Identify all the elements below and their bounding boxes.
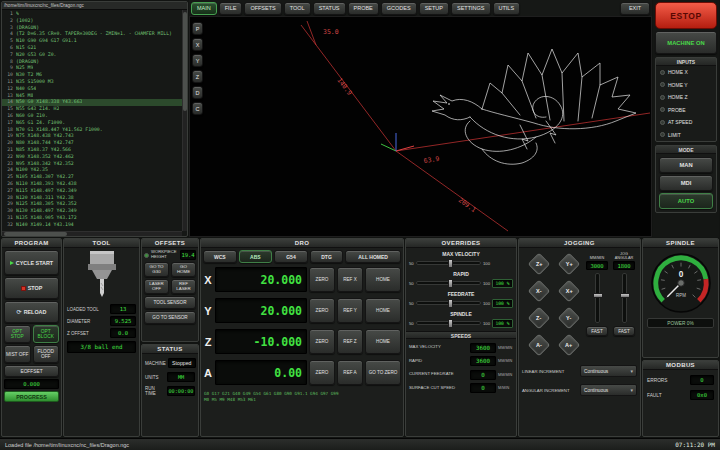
axis-home-button[interactable]: GO TO ZERO <box>365 360 401 385</box>
gcode-line[interactable]: 29 N125 X148.305 Y42.352 <box>2 201 182 208</box>
override-slider[interactable] <box>416 301 481 305</box>
jog-linear-fast-button[interactable]: FAST <box>586 326 608 336</box>
linear-increment-select[interactable]: Continuous ▾ <box>580 365 637 377</box>
mist-button[interactable]: MIST OFF <box>4 345 31 363</box>
menu-item[interactable]: STATUS <box>313 2 346 15</box>
opt-stop-button[interactable]: OPT STOP <box>4 325 31 343</box>
gcode-line[interactable]: 13 N45 M8 <box>2 93 182 100</box>
jog-button[interactable]: Y- <box>557 307 580 330</box>
gcode-line[interactable]: 4 (T2 D=6.35 CR=0. TAPER=30DEG - ZMIN=1.… <box>2 31 182 38</box>
view-button[interactable]: P <box>192 22 203 35</box>
dro-mode-button[interactable]: DTG <box>310 250 344 263</box>
override-slider[interactable] <box>416 321 481 325</box>
jog-button[interactable]: A- <box>527 334 550 357</box>
menu-item[interactable]: UTILS <box>493 2 521 15</box>
gcode-line[interactable]: 26 N110 X148.393 Y42.438 <box>2 181 182 188</box>
dro-mode-button[interactable]: WCS <box>203 250 237 263</box>
gcode-line[interactable]: 8 (DRAGON) <box>2 59 182 66</box>
gcode-line[interactable]: 32 N140 X149.14 Y43.194 <box>2 222 182 229</box>
jog-button[interactable]: Z- <box>527 307 550 330</box>
gcode-line[interactable]: 28 N120 X148.311 Y42.38 <box>2 195 182 202</box>
machine-on-button[interactable]: MACHINE ON <box>655 31 717 54</box>
slider-thumb[interactable] <box>448 299 453 308</box>
gcode-line[interactable]: 14 N50 G0 X148.338 Y43.663 <box>2 99 182 106</box>
axis-zero-button[interactable]: ZERO <box>309 298 335 323</box>
gcode-line[interactable]: 24 N100 Y42.35 <box>2 167 182 174</box>
jog-angular-slider[interactable] <box>622 273 627 323</box>
gcode-line[interactable]: 5 N10 G90 G94 G17 G91.1 <box>2 38 182 45</box>
slider-thumb[interactable] <box>448 279 453 288</box>
axis-zero-button[interactable]: ZERO <box>309 329 335 354</box>
scrollbar-thumb[interactable] <box>183 12 187 111</box>
view-button[interactable]: Z <box>192 70 203 83</box>
menu-item[interactable]: PROBE <box>348 2 379 15</box>
gcode-line[interactable]: 27 N115 X148.497 Y42.349 <box>2 188 182 195</box>
mode-button[interactable]: MAN <box>659 157 713 173</box>
gcode-line[interactable]: 7 N20 G53 G0 Z0. <box>2 52 182 59</box>
gcode-line[interactable]: 19 N75 X148.438 Y42.743 <box>2 133 182 140</box>
gcode-line[interactable]: 30 N130 X148.497 Y42.349 <box>2 208 182 215</box>
eoffset-button[interactable]: EOFFSET <box>4 365 59 377</box>
axis-home-button[interactable]: HOME <box>365 329 401 354</box>
slider-thumb[interactable] <box>448 319 453 328</box>
axis-home-button[interactable]: HOME <box>365 298 401 323</box>
axis-ref-button[interactable]: REF Z <box>337 329 363 354</box>
offset-button[interactable]: GO TO G30 <box>144 262 169 277</box>
gcode-line[interactable]: 12 N40 G54 <box>2 86 182 93</box>
cycle-start-button[interactable]: CYCLE START <box>4 250 59 275</box>
jog-button[interactable]: A+ <box>557 334 580 357</box>
dro-mode-button[interactable]: ALL HOMED <box>345 250 401 263</box>
reload-button[interactable]: ⟳ RELOAD <box>4 301 59 323</box>
gcode-line[interactable]: 2 (1002) <box>2 18 182 25</box>
gcode-line[interactable]: 11 N35 S15000 M3 <box>2 79 182 86</box>
angular-increment-select[interactable]: Continuous ▾ <box>580 384 637 396</box>
gcode-line[interactable]: 16 N60 G0 Z10. <box>2 113 182 120</box>
menu-item[interactable]: TOOL <box>284 2 311 15</box>
gcode-vertical-scrollbar[interactable] <box>182 10 187 231</box>
jog-button[interactable]: X- <box>527 280 550 303</box>
gcode-line[interactable]: 9 N25 M9 <box>2 65 182 72</box>
slider-thumb[interactable] <box>593 293 603 298</box>
gcode-preview-3d[interactable]: 35.0 140.9 63.9 209.1 PXYZDC <box>189 16 652 237</box>
gcode-line[interactable]: 6 N15 G21 <box>2 45 182 52</box>
gcode-line[interactable]: 21 N85 X148.37 Y42.566 <box>2 147 182 154</box>
gcode-line[interactable]: 20 N80 X148.744 Y42.747 <box>2 140 182 147</box>
dro-mode-button[interactable]: ABS <box>239 250 273 263</box>
gcode-line[interactable]: 1 % <box>2 11 182 18</box>
view-button[interactable]: Y <box>192 54 203 67</box>
menu-item[interactable]: OFFSETS <box>244 2 281 15</box>
jog-angular-fast-button[interactable]: FAST <box>613 326 635 336</box>
go-to-sensor-button[interactable]: GO TO SENSOR <box>144 311 196 324</box>
offset-button[interactable]: REF LASER <box>171 279 196 294</box>
axis-ref-button[interactable]: REF A <box>337 360 363 385</box>
axis-ref-button[interactable]: REF X <box>337 267 363 292</box>
menu-item[interactable]: GCODES <box>381 2 417 15</box>
mode-button[interactable]: MDI <box>659 175 713 191</box>
menu-item[interactable]: SETUP <box>419 2 449 15</box>
jog-linear-slider[interactable] <box>595 273 600 323</box>
view-button[interactable]: C <box>192 102 203 115</box>
axis-home-button[interactable]: HOME <box>365 267 401 292</box>
gcode-line[interactable]: 31 N135 X148.905 Y43.172 <box>2 215 182 222</box>
gcode-line[interactable]: 22 N90 X148.352 Y42.462 <box>2 154 182 161</box>
dro-mode-button[interactable]: G54 <box>274 250 308 263</box>
scrollbar-thumb[interactable] <box>4 232 67 236</box>
view-button[interactable]: D <box>192 86 203 99</box>
slider-thumb[interactable] <box>620 293 630 298</box>
gcode-line[interactable]: 15 N55 G43 Z14. H2 <box>2 106 182 113</box>
jog-button[interactable]: Z+ <box>527 253 550 276</box>
estop-button[interactable]: ESTOP <box>655 2 717 29</box>
offset-button[interactable]: LASER OFF <box>144 279 169 294</box>
mode-button[interactable]: AUTO <box>659 193 713 209</box>
opt-block-button[interactable]: OPT BLOCK <box>33 325 60 343</box>
override-slider[interactable] <box>416 281 481 285</box>
flood-button[interactable]: FLOOD OFF <box>33 345 60 363</box>
jog-button[interactable]: Y+ <box>557 253 580 276</box>
jog-button[interactable]: X+ <box>557 280 580 303</box>
gcode-line[interactable]: 3 (DRAGON) <box>2 25 182 32</box>
exit-button[interactable]: EXIT <box>620 2 650 15</box>
gcode-line[interactable]: 10 N30 T2 M6 <box>2 72 182 79</box>
tool-sensor-button[interactable]: TOOL SENSOR <box>144 296 196 309</box>
menu-item[interactable]: FILE <box>219 2 243 15</box>
axis-ref-button[interactable]: REF Y <box>337 298 363 323</box>
